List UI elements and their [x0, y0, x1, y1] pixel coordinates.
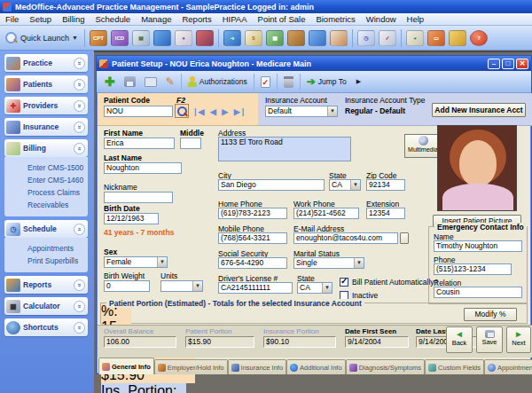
- tab-general-info[interactable]: General Info: [98, 358, 154, 374]
- menu-help[interactable]: Help: [402, 14, 430, 24]
- menu-hipaa[interactable]: HIPAA: [217, 14, 253, 24]
- help-icon[interactable]: ?: [470, 30, 488, 46]
- ssn-input[interactable]: 676-54-4290: [218, 257, 287, 269]
- zip-input[interactable]: 92134: [366, 179, 405, 191]
- email-input[interactable]: enoughton@tacos4u.com: [293, 232, 398, 244]
- chevron-down-icon[interactable]: »: [74, 58, 85, 69]
- reports-pie-chart-icon[interactable]: ◕: [406, 30, 424, 46]
- work-phone-input[interactable]: (214)521-4562: [293, 208, 359, 219]
- window-monitor-icon[interactable]: ▭: [427, 30, 445, 46]
- verify-button[interactable]: ✓: [256, 73, 275, 91]
- tab-insurance-info[interactable]: Insurance Info: [228, 359, 287, 374]
- workstation-icon[interactable]: [309, 30, 326, 46]
- cpt-codes-folder-icon[interactable]: CPT: [90, 30, 107, 46]
- sidebar-item-schedule[interactable]: ◷ Schedule »: [4, 220, 88, 238]
- maximize-button[interactable]: □: [502, 59, 514, 69]
- menu-setup[interactable]: Setup: [24, 14, 57, 24]
- sidebar-item-enter-cms-1460[interactable]: Enter CMS-1460: [27, 174, 88, 186]
- certificate-icon[interactable]: ●: [175, 30, 192, 46]
- tab-diagnosis-symptoms[interactable]: Diagnosis/Symptoms: [346, 359, 425, 374]
- emergency-name-input[interactable]: Timothy Noughton: [434, 240, 522, 252]
- edit-button[interactable]: ✎: [161, 73, 179, 91]
- inventory-box-icon[interactable]: [287, 30, 305, 46]
- middle-input[interactable]: [180, 138, 201, 149]
- sidebar-item-practice[interactable]: Practice »: [4, 54, 88, 72]
- quick-launch-dropdown-icon[interactable]: ▼: [72, 35, 78, 41]
- city-input[interactable]: San Diego: [218, 179, 325, 191]
- marital-status-select[interactable]: Single▼: [293, 257, 364, 269]
- sidebar-item-process-claims[interactable]: Process Claims: [27, 186, 88, 199]
- chevron-down-icon[interactable]: »: [74, 79, 85, 90]
- tab-additional-info[interactable]: Additional Info: [286, 359, 346, 374]
- sidebar-item-billing[interactable]: Billing »: [4, 139, 88, 157]
- dl-state-select[interactable]: CA▼: [297, 282, 332, 294]
- extension-input[interactable]: 12354: [366, 208, 405, 219]
- practice-buildings-icon[interactable]: [196, 30, 214, 46]
- patient-search-button[interactable]: [175, 104, 189, 118]
- emergency-relation-input[interactable]: Cousin: [434, 287, 522, 298]
- patient-code-input[interactable]: NOU: [104, 106, 173, 117]
- units-select[interactable]: ▼: [160, 280, 203, 292]
- email-browse-button[interactable]: [400, 232, 409, 244]
- patient-id-card-icon[interactable]: ▤: [132, 30, 150, 46]
- chevron-up-icon[interactable]: »: [74, 224, 85, 235]
- schedule-clipboard-icon[interactable]: ◷: [357, 30, 375, 46]
- icd-codes-folder-icon[interactable]: ICD: [111, 30, 129, 46]
- security-lock-icon[interactable]: [449, 30, 466, 46]
- menu-point-of-sale[interactable]: Point of Sale: [253, 14, 311, 24]
- quick-launch-magnifier-icon[interactable]: [5, 32, 17, 43]
- chevron-down-icon[interactable]: »: [74, 279, 85, 291]
- birth-date-input[interactable]: 12/12/1963: [104, 213, 159, 224]
- authorizations-button[interactable]: Authorizations: [184, 73, 252, 91]
- transfer-monitor-icon[interactable]: ➔: [223, 30, 241, 46]
- employee-file-icon[interactable]: [330, 30, 348, 46]
- chevron-down-icon[interactable]: »: [74, 322, 85, 334]
- menu-file[interactable]: File: [0, 14, 24, 24]
- billing-coins-icon[interactable]: $: [245, 30, 262, 46]
- bill-patient-checkbox[interactable]: [340, 278, 348, 287]
- address-input[interactable]: 1133 El Toro Road: [218, 137, 351, 161]
- menu-window[interactable]: Window: [361, 14, 402, 24]
- print-card-button[interactable]: [140, 73, 161, 91]
- nickname-input[interactable]: [104, 192, 173, 203]
- tab-appointments[interactable]: Appointments: [484, 359, 532, 374]
- mobile-phone-input[interactable]: (768)564-3321: [218, 232, 287, 244]
- back-button[interactable]: ◄ Back: [446, 326, 473, 353]
- last-name-input[interactable]: Noughton: [104, 162, 182, 174]
- insurance-account-select[interactable]: Default▼: [265, 106, 338, 117]
- sidebar-item-enter-cms-1500[interactable]: Enter CMS-1500: [27, 161, 88, 174]
- add-patient-button[interactable]: ✚: [100, 73, 120, 91]
- add-new-insurance-acct-button[interactable]: Add New Insurance Acct: [432, 103, 526, 117]
- first-name-input[interactable]: Erica: [104, 138, 175, 149]
- menu-billing[interactable]: Billing: [57, 14, 90, 24]
- drivers-license-input[interactable]: CA2145111111: [218, 282, 293, 294]
- sidebar-item-insurance[interactable]: Insurance »: [4, 118, 88, 136]
- tab-employer-hold-info[interactable]: Employer/Hold Info: [154, 359, 228, 374]
- calendar-check-icon[interactable]: ✓: [379, 30, 396, 46]
- menu-biometrics[interactable]: Biometrics: [310, 14, 360, 24]
- record-nav-arrows[interactable]: |◀ ◀ ▶ ▶|: [194, 107, 246, 116]
- lab-monitor-icon[interactable]: [153, 30, 171, 46]
- home-phone-input[interactable]: (619)783-2123: [218, 208, 287, 219]
- birth-weight-input[interactable]: 0: [104, 280, 150, 292]
- menu-reports[interactable]: Reports: [176, 14, 216, 24]
- sidebar-item-providers[interactable]: ✚ Providers »: [4, 97, 88, 114]
- delete-button[interactable]: [279, 73, 298, 91]
- claims-grid-icon[interactable]: ▦: [266, 30, 284, 46]
- sidebar-item-calculator[interactable]: ▦ Calculator »: [4, 297, 88, 315]
- modify-percent-button[interactable]: Modify %: [464, 308, 517, 321]
- minimize-button[interactable]: –: [488, 59, 500, 69]
- window-title-bar[interactable]: Patient Setup - NOU Erica Noughton - Med…: [97, 56, 531, 71]
- chevron-up-icon[interactable]: »: [74, 143, 85, 154]
- sex-select[interactable]: Female▼: [104, 256, 168, 268]
- menu-manage[interactable]: Manage: [136, 14, 176, 24]
- sidebar-item-patients[interactable]: Patients »: [4, 75, 88, 93]
- emergency-phone-input[interactable]: (515)123-1234: [434, 263, 512, 275]
- sidebar-item-print-superbills[interactable]: Print Superbills: [27, 255, 88, 267]
- sidebar-item-receivables[interactable]: Receivables: [27, 199, 88, 211]
- state-select[interactable]: CA▼: [329, 179, 361, 191]
- tab-custom-fields[interactable]: Custom Fields: [425, 359, 484, 374]
- multimedia-button[interactable]: Multimedia: [404, 134, 442, 158]
- jump-to-button[interactable]: ➔ Jump To ▶: [302, 73, 365, 91]
- chevron-down-icon[interactable]: »: [74, 122, 85, 133]
